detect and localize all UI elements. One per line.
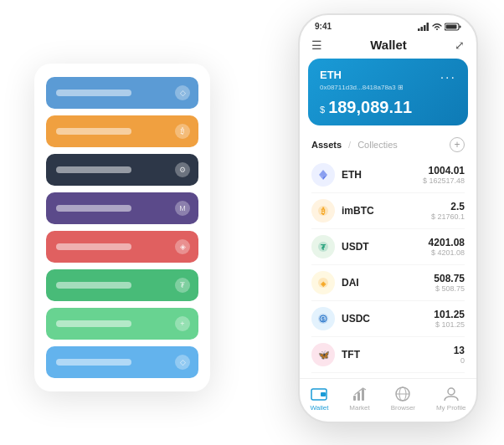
table-row[interactable]: ETH 1004.01 $ 162517.48: [311, 157, 465, 193]
scene: ◇ ₿ ⚙ M ◈ ₮ + ◇: [18, 13, 486, 432]
asset-right: 2.5 $ 21760.1: [431, 201, 465, 221]
nav-profile[interactable]: My Profile: [436, 386, 466, 412]
tab-collecties[interactable]: Collecties: [357, 140, 398, 150]
card-icon: ◇: [175, 85, 190, 100]
list-item[interactable]: ⚙: [46, 154, 198, 186]
nav-market-label: Market: [349, 404, 369, 412]
wallet-nav-icon: [311, 386, 327, 402]
asset-name: ETH: [342, 169, 362, 181]
assets-tabs: Assets / Collecties: [311, 140, 398, 150]
list-item[interactable]: M: [46, 192, 198, 224]
card-label: [56, 243, 131, 250]
eth-card[interactable]: ETH ... 0x08711d3d...8418a78a3 ⊞ $189,08…: [308, 59, 468, 125]
nav-browser[interactable]: Browser: [391, 386, 415, 412]
svg-rect-22: [353, 396, 356, 401]
card-icon: ₿: [175, 124, 190, 139]
eth-more-button[interactable]: ...: [440, 67, 456, 82]
asset-amount: 2.5: [431, 201, 465, 212]
card-label: [56, 205, 131, 212]
svg-rect-0: [418, 28, 420, 31]
card-icon: ₮: [175, 278, 190, 293]
svg-rect-1: [421, 27, 424, 31]
nav-wallet[interactable]: Wallet: [310, 386, 328, 412]
list-item[interactable]: ◇: [46, 346, 198, 378]
svg-text:$: $: [321, 316, 325, 323]
nav-market[interactable]: Market: [349, 386, 369, 412]
asset-left: $ USDC: [311, 307, 370, 330]
asset-left: ₮ USDT: [311, 235, 369, 258]
tft-icon: 🦋: [311, 343, 335, 366]
list-item[interactable]: ◇: [46, 77, 198, 109]
nav-browser-label: Browser: [391, 404, 415, 412]
battery-icon: [445, 23, 461, 31]
svg-rect-6: [446, 24, 457, 28]
asset-right: 508.75 $ 508.75: [434, 273, 465, 293]
asset-right: 1004.01 $ 162517.48: [423, 165, 465, 185]
bottom-nav: Wallet Market Browser: [300, 378, 476, 422]
svg-rect-5: [460, 25, 461, 28]
eth-currency-symbol: $: [320, 105, 325, 115]
asset-right: 13 0: [454, 345, 465, 365]
asset-value: $ 101.25: [434, 320, 465, 329]
card-icon: ◇: [175, 355, 190, 370]
dai-icon: ◈: [311, 271, 335, 294]
usdc-icon: $: [311, 307, 335, 330]
card-icon: ◈: [175, 239, 190, 254]
card-label: [56, 282, 131, 289]
asset-name: TFT: [342, 349, 360, 361]
menu-icon[interactable]: ☰: [311, 38, 322, 52]
eth-card-header: ETH ...: [320, 67, 456, 82]
list-item[interactable]: +: [46, 308, 198, 340]
card-icon: M: [175, 201, 190, 216]
asset-value: $ 21760.1: [431, 212, 465, 221]
asset-amount: 101.25: [434, 309, 465, 320]
asset-value: $ 162517.48: [423, 176, 465, 185]
svg-rect-3: [427, 23, 429, 31]
svg-rect-21: [321, 392, 326, 396]
asset-name: USDC: [342, 313, 370, 325]
list-item[interactable]: ◈: [46, 231, 198, 263]
phone-mockup: 9:41: [298, 13, 478, 423]
asset-right: 4201.08 $ 4201.08: [429, 237, 465, 257]
asset-amount: 4201.08: [429, 237, 465, 248]
list-item[interactable]: ₿: [46, 115, 198, 147]
time-display: 9:41: [315, 22, 332, 31]
wifi-icon: [432, 23, 442, 31]
table-row[interactable]: ◈ DAI 508.75 $ 508.75: [311, 265, 465, 301]
expand-icon[interactable]: ⤢: [455, 38, 465, 52]
card-list: ◇ ₿ ⚙ M ◈ ₮ + ◇: [34, 64, 210, 391]
table-row[interactable]: 🦋 TFT 13 0: [311, 337, 465, 373]
table-row[interactable]: ₿ imBTC 2.5 $ 21760.1: [311, 193, 465, 229]
signal-icon: [418, 23, 429, 31]
browser-nav-icon: [394, 386, 411, 402]
asset-left: ETH: [311, 163, 362, 187]
card-label: [56, 359, 131, 366]
nav-wallet-label: Wallet: [310, 404, 328, 412]
list-item[interactable]: ₮: [46, 269, 198, 301]
status-bar: 9:41: [300, 15, 476, 34]
eth-address: 0x08711d3d...8418a78a3 ⊞: [320, 84, 456, 91]
top-nav: ☰ Wallet ⤢: [300, 34, 476, 59]
eth-label: ETH: [320, 69, 342, 81]
add-asset-button[interactable]: +: [450, 137, 465, 152]
card-icon: ⚙: [175, 162, 190, 177]
svg-text:🦋: 🦋: [318, 349, 329, 361]
svg-rect-23: [357, 392, 360, 401]
svg-point-28: [448, 388, 455, 395]
tab-assets[interactable]: Assets: [311, 140, 342, 150]
market-nav-icon: [352, 386, 368, 402]
asset-name: imBTC: [342, 205, 374, 217]
eth-balance: $189,089.11: [320, 98, 456, 117]
table-row[interactable]: $ USDC 101.25 $ 101.25: [311, 301, 465, 337]
assets-header: Assets / Collecties +: [300, 134, 476, 157]
asset-left: ◈ DAI: [311, 271, 359, 294]
card-label: [56, 320, 131, 327]
tabs-divider: /: [348, 140, 351, 150]
asset-left: ₿ imBTC: [311, 199, 374, 222]
asset-name: DAI: [342, 277, 359, 289]
profile-nav-icon: [443, 386, 460, 402]
table-row[interactable]: ₮ USDT 4201.08 $ 4201.08: [311, 229, 465, 265]
asset-value: $ 508.75: [434, 284, 465, 293]
eth-icon: [311, 163, 335, 187]
asset-amount: 1004.01: [423, 165, 465, 176]
